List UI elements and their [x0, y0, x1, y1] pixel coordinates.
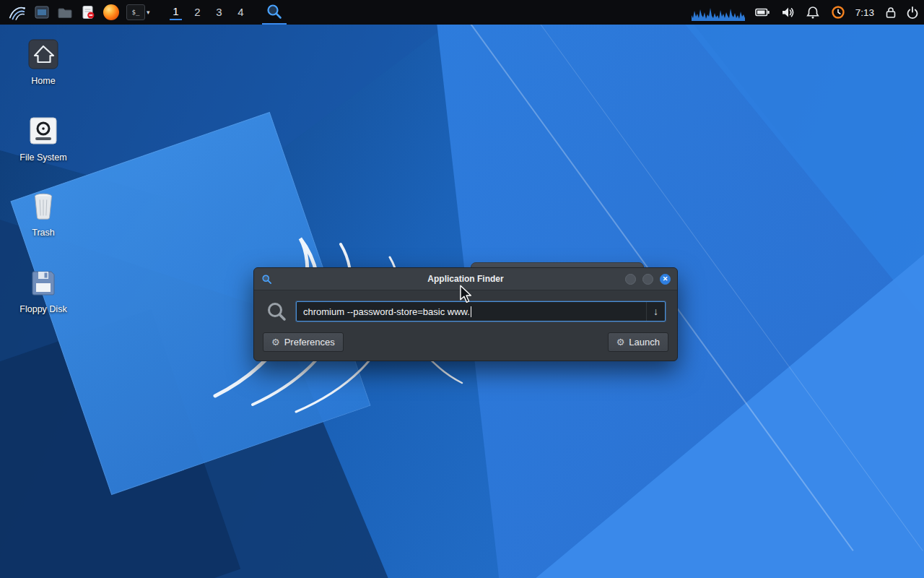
- application-finder-icon: [266, 3, 283, 20]
- workspace-2[interactable]: 2: [187, 0, 209, 25]
- launcher-window-button[interactable]: [30, 0, 53, 25]
- window-finder-icon: [261, 274, 272, 285]
- desktop-icon-file-system[interactable]: File System: [9, 114, 78, 163]
- app-window-icon: [34, 4, 50, 20]
- lock-screen-button[interactable]: [884, 0, 898, 25]
- bell-icon: [805, 4, 821, 20]
- workspace-4-label: 4: [235, 5, 246, 20]
- power-manager-tray-button[interactable]: [754, 0, 770, 25]
- launch-label: Launch: [629, 337, 660, 348]
- command-input[interactable]: chromium --password-store=basic www. ↓: [296, 301, 666, 322]
- launch-gear-icon: ⚙: [616, 337, 625, 348]
- command-text: chromium --password-store=basic www.: [303, 306, 470, 317]
- launcher-file-manager-button[interactable]: [53, 0, 77, 25]
- volume-tray-button[interactable]: [780, 0, 796, 25]
- mouse-cursor: [459, 285, 472, 303]
- desktop-icon-home[interactable]: Home: [9, 38, 78, 86]
- preferences-button[interactable]: ⚙ Preferences: [263, 332, 344, 352]
- speaker-icon: [780, 4, 796, 20]
- system-load-monitor[interactable]: [692, 0, 745, 25]
- terminal-icon: $_: [126, 4, 145, 20]
- gear-icon: ⚙: [271, 337, 280, 348]
- clock[interactable]: 7:13: [855, 0, 874, 25]
- launcher-terminal-button[interactable]: $_ ▾: [123, 0, 154, 25]
- maximize-button[interactable]: [642, 274, 653, 285]
- desktop-icon-label: Home: [31, 76, 55, 86]
- window-controls: ✕: [625, 274, 671, 285]
- lock-icon: [884, 5, 898, 20]
- power-icon: [905, 5, 920, 20]
- cpu-graph-icon: [692, 4, 745, 21]
- workspace-1-label: 1: [170, 4, 181, 20]
- search-icon: [266, 301, 287, 322]
- desktop-icon-label: Trash: [32, 228, 55, 238]
- history-dropdown-button[interactable]: ↓: [646, 302, 665, 321]
- home-icon: [27, 38, 60, 71]
- floppy-icon: [27, 266, 60, 299]
- session-logout-button[interactable]: [905, 0, 920, 25]
- top-panel: $_ ▾ 1 2 3 4: [0, 0, 924, 25]
- desktop-icon-label: Floppy Disk: [19, 304, 66, 314]
- close-icon: ✕: [663, 276, 668, 282]
- desktop-icon-floppy-disk[interactable]: Floppy Disk: [9, 266, 78, 314]
- desktop-icon-label: File System: [19, 152, 66, 163]
- launch-button[interactable]: ⚙ Launch: [608, 332, 668, 352]
- firefox-icon: [103, 4, 119, 20]
- preferences-label: Preferences: [284, 337, 335, 348]
- terminal-dropdown-caret-icon[interactable]: ▾: [147, 9, 150, 16]
- battery-icon: [754, 4, 770, 20]
- notifications-tray-button[interactable]: [805, 0, 821, 25]
- kali-logo-icon: [8, 3, 27, 22]
- taskbar-application-finder-button[interactable]: [262, 0, 287, 25]
- folder-icon: [57, 4, 73, 20]
- status-tray-button[interactable]: [830, 0, 846, 25]
- application-finder-window: Application Finder ✕ chromium --password…: [253, 267, 678, 361]
- desktop-icon-trash[interactable]: Trash: [9, 189, 78, 238]
- window-title: Application Finder: [254, 274, 677, 284]
- workspace-1[interactable]: 1: [165, 0, 187, 25]
- orange-clock-icon: [830, 4, 846, 20]
- terminal-prompt-glyph: $_: [132, 9, 140, 16]
- launcher-text-editor-button[interactable]: [77, 0, 100, 25]
- workspace-2-label: 2: [191, 5, 203, 20]
- minimize-button[interactable]: [625, 274, 636, 285]
- workspace-3-label: 3: [213, 5, 225, 20]
- button-row: ⚙ Preferences ⚙ Launch: [263, 332, 668, 352]
- applications-menu-button[interactable]: [4, 0, 30, 25]
- panel-spacer: [287, 0, 682, 25]
- trash-icon: [27, 189, 60, 223]
- arrow-down-icon: ↓: [653, 306, 658, 317]
- text-caret: [471, 306, 471, 317]
- launcher-firefox-button[interactable]: [100, 0, 123, 25]
- document-icon: [80, 4, 96, 20]
- workspace-4[interactable]: 4: [230, 0, 252, 25]
- drive-icon: [27, 114, 60, 147]
- close-button[interactable]: ✕: [660, 274, 671, 285]
- workspace-3[interactable]: 3: [209, 0, 230, 25]
